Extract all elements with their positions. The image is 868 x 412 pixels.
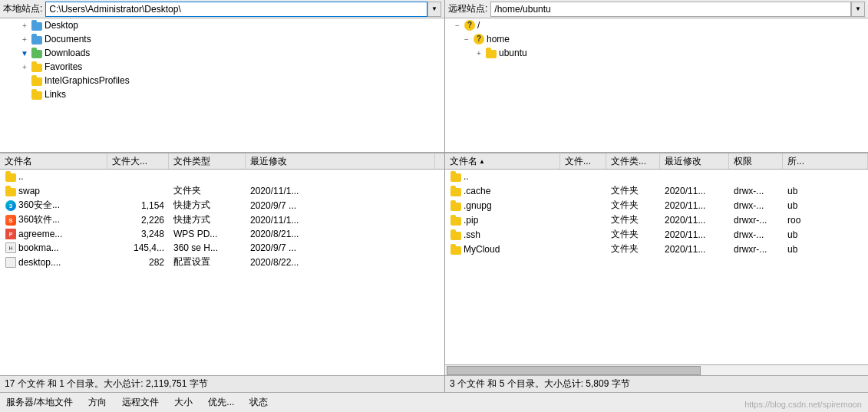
right-tree-area[interactable]: − ? / − ? home +	[445, 18, 868, 153]
right-file-row-parent[interactable]: ..	[445, 170, 868, 183]
left-col-type[interactable]: 文件类型	[169, 153, 246, 169]
right-tree-label-ubuntu: ubuntu	[499, 48, 527, 58]
left-status-bar: 17 个文件 和 1 个目录。大小总计: 2,119,751 字节	[0, 375, 444, 392]
left-file-list[interactable]: .. swap 文件夹	[0, 170, 444, 375]
left-cell-type-swap: 文件夹	[169, 184, 246, 197]
folder-icon-gnupg	[450, 199, 462, 212]
folder-icon-pip	[450, 214, 462, 226]
right-file-row-cache[interactable]: .cache 文件夹 2020/11... drwx-... ub	[445, 183, 868, 198]
bottom-toolbar: 服务器/本地文件 方向 远程文件 大小 优先... 状态 https://blo…	[0, 392, 868, 412]
left-file-row-agree[interactable]: P agreeme... 3,248 WPS PD... 2020/8/21..…	[0, 227, 444, 241]
tree-expander[interactable]: +	[18, 19, 31, 31]
left-col-header: 文件名 文件大... 文件类型 最近修改	[0, 153, 444, 170]
right-address-input[interactable]	[490, 2, 851, 17]
sort-arrow-icon: ▲	[479, 158, 485, 165]
tree-item-desktop[interactable]: + Desktop	[0, 18, 444, 32]
right-file-row-gnupg[interactable]: .gnupg 文件夹 2020/11... drwx-... ub	[445, 198, 868, 213]
left-file-row-360soft[interactable]: S 360软件... 2,226 快捷方式 2020/11/1...	[0, 213, 444, 227]
left-address-input[interactable]	[45, 2, 427, 17]
left-cell-name-bookma: H bookma...	[0, 242, 107, 254]
left-file-row-parent[interactable]: ..	[0, 170, 444, 183]
h-scrollbar-thumb[interactable]	[447, 366, 701, 375]
right-address-label: 远程站点:	[448, 2, 487, 15]
left-cell-name-parent: ..	[0, 170, 107, 183]
left-cell-size-agree: 3,248	[107, 229, 169, 239]
right-col-perm[interactable]: 权限	[729, 153, 783, 169]
main-container: 本地站点: ▼ + Desktop +	[0, 0, 868, 392]
right-tree-item-home[interactable]: − ? home	[445, 32, 868, 46]
left-cell-size-360soft: 2,226	[107, 215, 169, 226]
right-file-row-ssh[interactable]: .ssh 文件夹 2020/11... drwx-... ub	[445, 227, 868, 242]
right-col-size[interactable]: 文件...	[560, 153, 606, 169]
tree-expander-home[interactable]: −	[460, 33, 473, 45]
right-file-row-mycloud[interactable]: MyCloud 文件夹 2020/11... drwxr-... ub	[445, 242, 868, 256]
tree-expander-docs[interactable]: +	[18, 33, 31, 45]
tree-item-documents[interactable]: + Documents	[0, 32, 444, 46]
right-cell-name-mycloud: MyCloud	[445, 243, 560, 255]
left-cell-type-agree: WPS PD...	[169, 229, 246, 239]
right-cell-date-gnupg: 2020/11...	[660, 200, 729, 211]
right-col-type[interactable]: 文件类...	[606, 153, 660, 169]
left-col-size[interactable]: 文件大...	[107, 153, 169, 169]
toolbar-item-remote: 远程文件	[122, 396, 159, 409]
right-col-date[interactable]: 最近修改	[660, 153, 729, 169]
left-file-row-bookma[interactable]: H bookma... 145,4... 360 se H... 2020/9/…	[0, 241, 444, 255]
icon-agree: P	[5, 228, 17, 240]
left-address-dropdown[interactable]: ▼	[427, 2, 441, 17]
right-cell-perm-cache: drwx-...	[729, 186, 783, 196]
right-cell-type-cache: 文件夹	[606, 184, 660, 197]
toolbar-item-direction: 方向	[88, 396, 107, 409]
right-status-bar: 3 个文件 和 5 个目录。大小总计: 5,809 字节	[445, 375, 868, 392]
toolbar-item-priority: 优先...	[208, 396, 234, 409]
left-cell-type-desktop: 配置设置	[169, 255, 246, 269]
right-cell-name-gnupg: .gnupg	[445, 199, 560, 212]
folder-icon-docs	[31, 33, 43, 45]
right-cell-owner-pip: roo	[783, 215, 868, 226]
folder-icon-downloads	[31, 47, 43, 59]
right-tree-item-ubuntu[interactable]: + ubuntu	[445, 46, 868, 60]
right-col-name[interactable]: 文件名 ▲	[445, 153, 560, 169]
left-cell-date-swap: 2020/11/1...	[246, 186, 444, 196]
tree-label-desktop: Desktop	[45, 20, 78, 31]
folder-icon-desktop	[31, 19, 43, 31]
right-file-list[interactable]: .. .cache	[445, 170, 868, 364]
left-tree-area[interactable]: + Desktop + Do	[0, 18, 444, 153]
tree-expander-downloads[interactable]: ▼	[18, 47, 31, 59]
left-col-name[interactable]: 文件名	[0, 153, 107, 169]
right-cell-type-mycloud: 文件夹	[606, 242, 660, 255]
left-cell-size-360sec: 1,154	[107, 200, 169, 211]
tree-item-links[interactable]: + Links	[0, 87, 444, 101]
left-cell-name-swap: swap	[0, 185, 107, 197]
tree-item-favorites[interactable]: + Favorites	[0, 60, 444, 74]
parent-folder-icon	[5, 170, 17, 183]
toolbar-item-size: 大小	[174, 396, 193, 409]
right-tree-label-root: /	[477, 20, 480, 31]
right-cell-perm-gnupg: drwx-...	[729, 200, 783, 211]
tree-expander-favorites[interactable]: +	[18, 61, 31, 73]
right-cell-type-pip: 文件夹	[606, 213, 660, 226]
right-col-owner[interactable]: 所...	[783, 153, 868, 169]
icon-360soft: S	[5, 214, 17, 226]
left-file-row-360sec[interactable]: 3 360安全... 1,154 快捷方式 2020/9/7 ...	[0, 198, 444, 213]
right-cell-perm-pip: drwxr-...	[729, 215, 783, 226]
tree-expander-root[interactable]: −	[451, 19, 464, 31]
folder-icon-mycloud	[450, 243, 462, 255]
left-file-row-swap[interactable]: swap 文件夹 2020/11/1...	[0, 183, 444, 198]
right-panel: 远程站点: ▼ − ? / − ? home	[445, 0, 868, 392]
right-address-dropdown[interactable]: ▼	[851, 2, 865, 17]
folder-icon-cache	[450, 185, 462, 197]
tree-item-downloads[interactable]: ▼ Downloads	[0, 46, 444, 60]
left-col-date[interactable]: 最近修改	[246, 153, 435, 169]
right-cell-date-cache: 2020/11...	[660, 186, 729, 196]
tree-expander-ubuntu[interactable]: +	[473, 47, 485, 59]
right-cell-owner-mycloud: ub	[783, 244, 868, 255]
right-h-scrollbar[interactable]	[445, 364, 868, 375]
left-file-row-desktop[interactable]: desktop.... 282 配置设置 2020/8/22...	[0, 255, 444, 269]
right-file-row-pip[interactable]: .pip 文件夹 2020/11... drwxr-... roo	[445, 213, 868, 227]
tree-item-intel[interactable]: + IntelGraphicsProfiles	[0, 74, 444, 87]
icon-desktop	[5, 256, 17, 269]
right-tree-item-root[interactable]: − ? /	[445, 18, 868, 32]
right-cell-date-pip: 2020/11...	[660, 215, 729, 226]
icon-bookma: H	[5, 242, 17, 254]
left-address-bar: 本地站点: ▼	[0, 0, 444, 18]
